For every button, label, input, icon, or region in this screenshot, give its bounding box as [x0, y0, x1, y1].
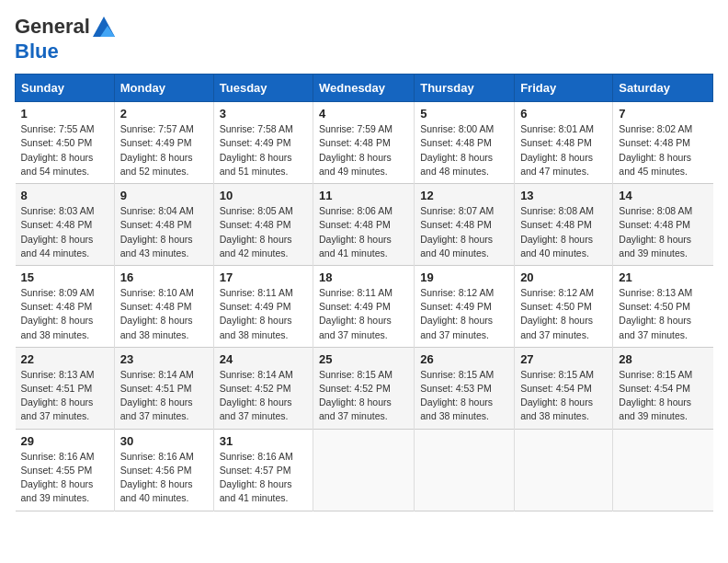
day-cell: 11Sunrise: 8:06 AMSunset: 4:48 PMDayligh…	[313, 184, 415, 266]
day-cell: 5Sunrise: 8:00 AMSunset: 4:48 PMDaylight…	[415, 102, 515, 184]
day-cell: 1Sunrise: 7:55 AMSunset: 4:50 PMDaylight…	[16, 102, 115, 184]
day-number: 2	[120, 107, 208, 121]
day-info: Sunrise: 8:04 AMSunset: 4:48 PMDaylight:…	[120, 204, 208, 260]
day-info: Sunrise: 8:16 AMSunset: 4:55 PMDaylight:…	[21, 450, 108, 506]
header-cell-wednesday: Wednesday	[313, 75, 415, 102]
day-cell	[415, 429, 515, 511]
day-number: 5	[420, 107, 508, 121]
day-number: 10	[220, 189, 307, 202]
day-cell: 19Sunrise: 8:12 AMSunset: 4:49 PMDayligh…	[415, 265, 515, 347]
day-number: 15	[21, 270, 108, 284]
day-number: 3	[220, 107, 307, 121]
day-cell: 14Sunrise: 8:08 AMSunset: 4:48 PMDayligh…	[613, 184, 713, 266]
day-info: Sunrise: 7:57 AMSunset: 4:49 PMDaylight:…	[120, 122, 208, 178]
week-row-5: 29Sunrise: 8:16 AMSunset: 4:55 PMDayligh…	[16, 429, 713, 511]
day-info: Sunrise: 8:14 AMSunset: 4:52 PMDaylight:…	[220, 368, 307, 424]
day-number: 11	[319, 189, 408, 202]
day-number: 23	[120, 352, 208, 366]
day-cell: 12Sunrise: 8:07 AMSunset: 4:48 PMDayligh…	[415, 184, 515, 266]
day-info: Sunrise: 8:12 AMSunset: 4:50 PMDaylight:…	[520, 286, 607, 342]
day-info: Sunrise: 8:15 AMSunset: 4:54 PMDaylight:…	[619, 368, 707, 424]
day-cell: 29Sunrise: 8:16 AMSunset: 4:55 PMDayligh…	[16, 429, 115, 511]
day-info: Sunrise: 8:11 AMSunset: 4:49 PMDaylight:…	[220, 286, 307, 342]
day-info: Sunrise: 7:55 AMSunset: 4:50 PMDaylight:…	[21, 122, 108, 178]
day-info: Sunrise: 8:09 AMSunset: 4:48 PMDaylight:…	[21, 286, 108, 342]
day-cell: 27Sunrise: 8:15 AMSunset: 4:54 PMDayligh…	[515, 347, 613, 429]
day-number: 20	[520, 270, 607, 284]
week-row-4: 22Sunrise: 8:13 AMSunset: 4:51 PMDayligh…	[16, 347, 713, 429]
logo-general: General	[15, 15, 90, 38]
day-number: 7	[619, 107, 707, 121]
day-info: Sunrise: 8:01 AMSunset: 4:48 PMDaylight:…	[520, 122, 607, 178]
page-header: General Blue	[15, 15, 713, 63]
day-number: 21	[619, 270, 707, 284]
day-number: 14	[619, 189, 707, 202]
day-number: 8	[21, 189, 108, 202]
logo-blue: Blue	[15, 40, 59, 63]
day-number: 29	[21, 434, 108, 448]
week-row-3: 15Sunrise: 8:09 AMSunset: 4:48 PMDayligh…	[16, 265, 713, 347]
header-cell-monday: Monday	[114, 75, 213, 102]
day-info: Sunrise: 8:13 AMSunset: 4:51 PMDaylight:…	[21, 368, 108, 424]
day-cell	[515, 429, 613, 511]
day-number: 1	[21, 107, 108, 121]
header-cell-sunday: Sunday	[16, 75, 115, 102]
day-info: Sunrise: 8:08 AMSunset: 4:48 PMDaylight:…	[520, 204, 607, 260]
day-number: 16	[120, 270, 208, 284]
day-info: Sunrise: 8:06 AMSunset: 4:48 PMDaylight:…	[319, 204, 408, 260]
day-number: 30	[120, 434, 208, 448]
header-cell-saturday: Saturday	[613, 75, 713, 102]
day-number: 26	[420, 352, 508, 366]
day-cell: 3Sunrise: 7:58 AMSunset: 4:49 PMDaylight…	[213, 102, 313, 184]
day-info: Sunrise: 8:16 AMSunset: 4:56 PMDaylight:…	[120, 450, 208, 506]
day-info: Sunrise: 8:10 AMSunset: 4:48 PMDaylight:…	[120, 286, 208, 342]
day-cell: 24Sunrise: 8:14 AMSunset: 4:52 PMDayligh…	[213, 347, 313, 429]
day-cell: 6Sunrise: 8:01 AMSunset: 4:48 PMDaylight…	[515, 102, 613, 184]
day-number: 19	[420, 270, 508, 284]
day-info: Sunrise: 8:15 AMSunset: 4:53 PMDaylight:…	[420, 368, 508, 424]
day-cell: 22Sunrise: 8:13 AMSunset: 4:51 PMDayligh…	[16, 347, 115, 429]
day-info: Sunrise: 8:03 AMSunset: 4:48 PMDaylight:…	[21, 204, 108, 260]
day-cell: 30Sunrise: 8:16 AMSunset: 4:56 PMDayligh…	[114, 429, 213, 511]
day-info: Sunrise: 8:15 AMSunset: 4:54 PMDaylight:…	[520, 368, 607, 424]
logo: General Blue	[15, 15, 118, 63]
day-info: Sunrise: 8:08 AMSunset: 4:48 PMDaylight:…	[619, 204, 707, 260]
calendar-body: 1Sunrise: 7:55 AMSunset: 4:50 PMDaylight…	[16, 102, 713, 511]
day-info: Sunrise: 8:14 AMSunset: 4:51 PMDaylight:…	[120, 368, 208, 424]
day-cell: 21Sunrise: 8:13 AMSunset: 4:50 PMDayligh…	[613, 265, 713, 347]
day-info: Sunrise: 7:59 AMSunset: 4:48 PMDaylight:…	[319, 122, 408, 178]
day-cell	[313, 429, 415, 511]
day-number: 6	[520, 107, 607, 121]
header-cell-friday: Friday	[515, 75, 613, 102]
day-cell: 31Sunrise: 8:16 AMSunset: 4:57 PMDayligh…	[213, 429, 313, 511]
day-info: Sunrise: 8:05 AMSunset: 4:48 PMDaylight:…	[220, 204, 307, 260]
day-number: 27	[520, 352, 607, 366]
day-number: 22	[21, 352, 108, 366]
day-cell: 26Sunrise: 8:15 AMSunset: 4:53 PMDayligh…	[415, 347, 515, 429]
day-info: Sunrise: 7:58 AMSunset: 4:49 PMDaylight:…	[220, 122, 307, 178]
day-number: 28	[619, 352, 707, 366]
day-cell: 10Sunrise: 8:05 AMSunset: 4:48 PMDayligh…	[213, 184, 313, 266]
day-cell: 9Sunrise: 8:04 AMSunset: 4:48 PMDaylight…	[114, 184, 213, 266]
day-info: Sunrise: 8:16 AMSunset: 4:57 PMDaylight:…	[220, 450, 307, 506]
day-cell: 17Sunrise: 8:11 AMSunset: 4:49 PMDayligh…	[213, 265, 313, 347]
day-info: Sunrise: 8:12 AMSunset: 4:49 PMDaylight:…	[420, 286, 508, 342]
day-cell: 15Sunrise: 8:09 AMSunset: 4:48 PMDayligh…	[16, 265, 115, 347]
week-row-1: 1Sunrise: 7:55 AMSunset: 4:50 PMDaylight…	[16, 102, 713, 184]
header-row: SundayMondayTuesdayWednesdayThursdayFrid…	[16, 75, 713, 102]
day-cell: 7Sunrise: 8:02 AMSunset: 4:48 PMDaylight…	[613, 102, 713, 184]
day-cell: 4Sunrise: 7:59 AMSunset: 4:48 PMDaylight…	[313, 102, 415, 184]
day-cell: 20Sunrise: 8:12 AMSunset: 4:50 PMDayligh…	[515, 265, 613, 347]
day-cell: 2Sunrise: 7:57 AMSunset: 4:49 PMDaylight…	[114, 102, 213, 184]
day-number: 25	[319, 352, 408, 366]
header-cell-tuesday: Tuesday	[213, 75, 313, 102]
day-number: 24	[220, 352, 307, 366]
day-cell: 28Sunrise: 8:15 AMSunset: 4:54 PMDayligh…	[613, 347, 713, 429]
day-info: Sunrise: 8:07 AMSunset: 4:48 PMDaylight:…	[420, 204, 508, 260]
logo-icon	[91, 15, 117, 40]
calendar-header: SundayMondayTuesdayWednesdayThursdayFrid…	[16, 75, 713, 102]
day-number: 31	[220, 434, 307, 448]
day-number: 18	[319, 270, 408, 284]
day-info: Sunrise: 8:11 AMSunset: 4:49 PMDaylight:…	[319, 286, 408, 342]
day-info: Sunrise: 8:00 AMSunset: 4:48 PMDaylight:…	[420, 122, 508, 178]
